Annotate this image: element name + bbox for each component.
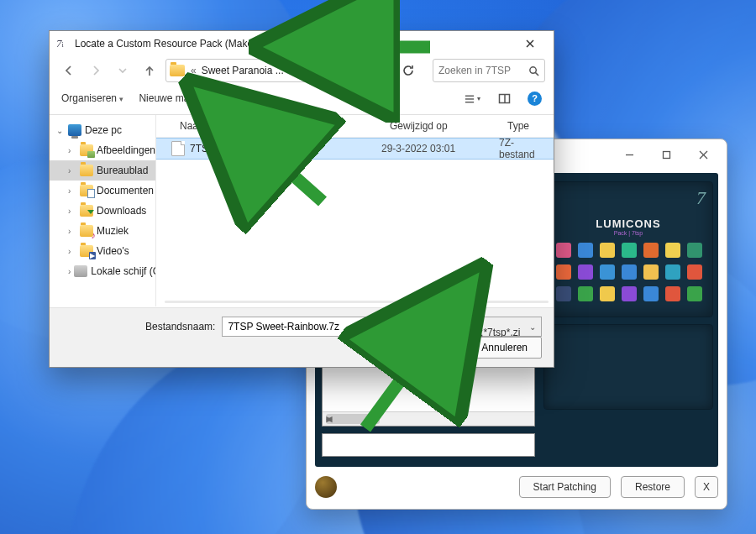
chevron-down-icon[interactable]: ⌄ — [529, 322, 536, 332]
file-type-filter[interactable]: Select a Pack(*7tsp*.7z;*7tsp*.zi⌄ — [408, 317, 542, 337]
folder-icon — [80, 185, 93, 196]
horizontal-scrollbar[interactable]: ◄ ► — [323, 411, 534, 426]
filename-input[interactable]: 7TSP Sweet-Rainbow.7z⌄ — [222, 317, 402, 337]
pack-preview: 7 LUMICONS Pack | 7tsp — [543, 181, 713, 317]
breadcrumb[interactable]: « Sweet Paranoia ... › 7TSP ⌄ — [165, 59, 392, 82]
nav-forward-button[interactable] — [85, 60, 107, 81]
folder-icon — [80, 144, 93, 156]
nav-back-button[interactable] — [58, 60, 80, 81]
secondary-preview — [543, 324, 713, 410]
preview-title: LUMICONS Pack | 7tsp — [544, 217, 712, 236]
folder-icon — [80, 205, 93, 217]
file-row[interactable]: 7TSP Sweet-Rainbow.7z 29-3-2022 03:01 7Z… — [156, 138, 554, 160]
7tsp-logo-icon: 7 — [696, 187, 706, 209]
svg-rect-1 — [663, 151, 669, 158]
nav-recent-dropdown[interactable] — [112, 60, 134, 81]
folder-tree[interactable]: ⌄Deze pc ›Afbeeldingen ›Bureaublad ›Docu… — [50, 115, 156, 306]
tree-item-localdisk[interactable]: ›Lokale schijf (C — [50, 261, 155, 281]
help-button[interactable]: ? — [528, 92, 542, 106]
app-search-box[interactable] — [322, 433, 535, 457]
open-split-dropdown[interactable]: ▾ — [442, 338, 458, 358]
file-icon — [171, 141, 185, 156]
app-close-button[interactable] — [685, 142, 722, 167]
icon-grid — [556, 243, 706, 305]
tree-item-videos[interactable]: ›Video's — [50, 241, 155, 261]
tree-root[interactable]: ⌄Deze pc — [50, 120, 155, 140]
search-input[interactable]: Zoeken in 7TSP — [433, 59, 545, 82]
maximize-button[interactable] — [648, 142, 685, 167]
svg-line-8 — [535, 72, 538, 76]
folder-icon — [80, 225, 93, 237]
refresh-button[interactable] — [397, 60, 419, 81]
file-open-dialog: 7i Locate a Custom Resource Pack (Make s… — [49, 30, 554, 368]
minimize-button[interactable] — [611, 142, 648, 167]
close-x-button[interactable]: X — [695, 476, 718, 498]
tree-item-music[interactable]: ›Muziek — [50, 221, 155, 241]
dialog-toolbar: Organiseren ▾ Nieuwe map ▾ ? — [50, 85, 554, 112]
dialog-navbar: « Sweet Paranoia ... › 7TSP ⌄ Zoeken in … — [50, 56, 554, 85]
filename-label: Bestandsnaam: — [145, 321, 215, 332]
breadcrumb-part1[interactable]: Sweet Paranoia ... — [199, 65, 286, 76]
search-icon — [528, 65, 539, 76]
cancel-button[interactable]: Annuleren — [467, 337, 542, 359]
restore-button[interactable]: Restore — [621, 476, 685, 498]
new-folder-button[interactable]: Nieuwe map — [139, 92, 195, 104]
dialog-close-button[interactable] — [513, 34, 547, 54]
folder-icon — [80, 165, 93, 176]
tree-item-downloads[interactable]: ›Downloads — [50, 201, 155, 221]
list-scrollbar[interactable] — [165, 301, 549, 303]
app-bottom-bar: Start Patching Restore X — [315, 474, 718, 500]
open-button[interactable]: Openen▾ — [386, 337, 459, 359]
breadcrumb-dropdown-icon[interactable]: ⌄ — [373, 66, 388, 76]
col-modified[interactable]: Gewijzigd op — [381, 120, 499, 132]
chevron-down-icon[interactable]: ⌄ — [389, 322, 396, 332]
svg-point-7 — [530, 66, 536, 72]
dialog-titlebar: 7i Locate a Custom Resource Pack (Make s… — [50, 31, 554, 56]
col-name[interactable]: Naam⌃ — [156, 120, 381, 132]
view-options-button[interactable]: ▾ — [464, 90, 480, 107]
disk-icon — [74, 265, 87, 277]
scroll-thumb[interactable] — [326, 414, 380, 424]
dialog-app-icon: 7i — [56, 37, 70, 50]
organize-menu[interactable]: Organiseren ▾ — [61, 92, 123, 104]
col-type[interactable]: Type — [499, 120, 554, 132]
sort-asc-icon: ⌃ — [326, 123, 333, 131]
pc-icon — [68, 124, 81, 136]
nav-up-button[interactable] — [139, 60, 160, 81]
folder-icon — [80, 245, 93, 257]
file-list-header[interactable]: Naam⌃ Gewijzigd op Type — [156, 115, 554, 138]
folder-icon — [170, 65, 185, 76]
tree-item-images[interactable]: ›Afbeeldingen — [50, 140, 155, 160]
preview-pane-button[interactable] — [496, 90, 512, 107]
tree-item-documents[interactable]: ›Documenten — [50, 181, 155, 201]
dialog-title: Locate a Custom Resource Pack (Make sure… — [75, 38, 513, 50]
tree-item-desktop[interactable]: ›Bureaublad — [50, 160, 155, 181]
start-patching-button[interactable]: Start Patching — [519, 476, 611, 498]
donate-icon[interactable] — [315, 476, 337, 498]
breadcrumb-part2[interactable]: 7TSP — [292, 65, 323, 76]
dialog-footer: Bestandsnaam: 7TSP Sweet-Rainbow.7z⌄ Sel… — [50, 307, 554, 367]
file-list: Naam⌃ Gewijzigd op Type 7TSP Sweet-Rainb… — [156, 115, 554, 306]
